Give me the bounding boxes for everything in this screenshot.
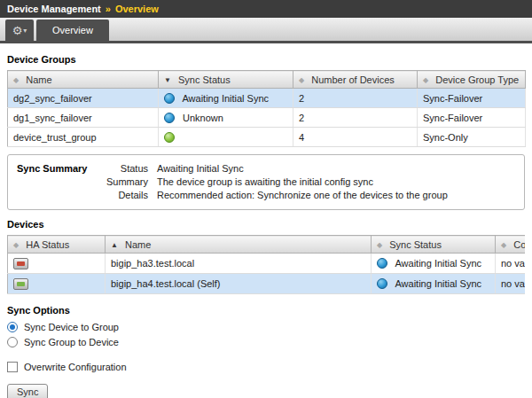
details-label: Details (102, 189, 148, 202)
sortable-icon: ◆ (13, 76, 19, 84)
device-group-name: dg1_sync_failover (13, 113, 92, 123)
breadcrumb-separator-icon: » (106, 4, 111, 14)
status-awaiting-icon (377, 258, 387, 269)
status-ok-icon (164, 132, 175, 143)
options-menu-button[interactable]: ⚙ ▾ (5, 20, 34, 41)
sync-summary-details-row: Details Recommended action: Synchronize … (102, 189, 515, 202)
devices-table: ◆ HA Status ▲ Name ◆ Sync Status ◆ Confi… (7, 235, 525, 294)
device-groups-header-row: ◆ Name ▼ Sync Status ◆ Number of Devices… (8, 71, 526, 89)
ha-status-icon (13, 278, 28, 290)
column-header-sync-status[interactable]: ▼ Sync Status (159, 71, 293, 89)
tab-bar: ⚙ ▾ Overview (0, 18, 532, 43)
radio-sync-device-to-group[interactable]: Sync Device to Group (7, 319, 525, 334)
device-groups-table: ◆ Name ▼ Sync Status ◆ Number of Devices… (7, 70, 526, 147)
column-header-device-group-type-label: Device Group Type (435, 74, 519, 85)
ha-status-icon (13, 258, 28, 269)
number-of-devices: 2 (299, 93, 304, 104)
radio-unselected-icon (7, 337, 18, 347)
column-header-sync-status-label: Sync Status (178, 74, 231, 85)
sync-summary-panel: Sync Summary Status Awaiting Initial Syn… (7, 154, 525, 210)
sortable-icon: ◆ (423, 76, 428, 84)
device-group-row-device-trust-group[interactable]: device_trust_group 4 Sync-Only (8, 128, 526, 147)
column-header-device-name-label: Name (125, 239, 151, 250)
sync-summary-rows: Status Awaiting Initial Sync Summary The… (102, 162, 515, 202)
column-header-name[interactable]: ◆ Name (8, 71, 159, 89)
overwrite-configuration-checkbox[interactable]: Overwrite Configuration (7, 360, 525, 374)
column-header-number-of-devices[interactable]: ◆ Number of Devices (293, 71, 418, 89)
column-header-configuration-time-label: Configuration Time (513, 239, 525, 250)
device-group-row-dg2-sync-failover[interactable]: dg2_sync_failover Awaiting Initial Sync … (8, 89, 526, 108)
number-of-devices: 4 (299, 132, 304, 143)
column-header-device-name[interactable]: ▲ Name (106, 236, 372, 254)
tab-overview[interactable]: Overview (36, 20, 109, 41)
number-of-devices: 2 (299, 113, 304, 123)
summary-value: The device group is awaiting the initial… (157, 176, 373, 189)
chevron-down-icon: ▾ (23, 27, 27, 35)
configuration-time-value: no value (501, 258, 525, 269)
details-value: Recommended action: Synchronize one of t… (157, 189, 448, 202)
column-header-ha-status[interactable]: ◆ HA Status (8, 236, 106, 254)
summary-label: Summary (102, 176, 148, 189)
sync-summary-title: Sync Summary (17, 162, 102, 202)
devices-table-viewport: ◆ HA Status ▲ Name ◆ Sync Status ◆ Confi… (7, 235, 525, 294)
column-header-configuration-time[interactable]: ◆ Configuration Time (496, 236, 526, 254)
tab-overview-label: Overview (52, 25, 93, 35)
radio-sync-device-to-group-label: Sync Device to Group (24, 322, 119, 332)
sorted-desc-icon: ▼ (164, 76, 171, 84)
sync-button[interactable]: Sync (7, 384, 48, 398)
device-groups-title: Device Groups (7, 54, 525, 65)
sortable-icon: ◆ (377, 241, 382, 249)
gear-icon: ⚙ (12, 25, 23, 36)
status-value: Awaiting Initial Sync (157, 162, 244, 176)
status-awaiting-icon (377, 278, 387, 289)
column-header-device-sync-status-label: Sync Status (389, 239, 442, 250)
sortable-icon: ◆ (501, 241, 506, 249)
sync-summary-summary-row: Summary The device group is awaiting the… (102, 176, 515, 189)
device-group-type: Sync-Only (423, 132, 468, 143)
breadcrumb-current: Overview (115, 4, 159, 14)
sync-status-text: Awaiting Initial Sync (182, 93, 269, 104)
device-sync-status-text: Awaiting Initial Sync (395, 278, 481, 289)
sortable-icon: ◆ (299, 76, 304, 84)
radio-sync-group-to-device[interactable]: Sync Group to Device (7, 334, 525, 349)
column-header-device-group-type[interactable]: ◆ Device Group Type (418, 71, 526, 89)
column-header-device-sync-status[interactable]: ◆ Sync Status (372, 236, 496, 254)
sync-options-title: Sync Options (7, 305, 525, 316)
main-content: Device Groups ◆ Name ▼ Sync Status ◆ Num… (0, 43, 532, 398)
device-name: bigip_ha4.test.local (Self) (111, 278, 221, 289)
device-row-bigip-ha3[interactable]: bigip_ha3.test.local Awaiting Initial Sy… (8, 254, 526, 274)
sync-status-text: Unknown (183, 113, 223, 123)
device-group-row-dg1-sync-failover[interactable]: dg1_sync_failover Unknown 2 Sync-Failove… (8, 108, 526, 128)
column-header-name-label: Name (26, 74, 51, 85)
sorted-asc-icon: ▲ (111, 241, 118, 249)
column-header-ha-status-label: HA Status (26, 239, 69, 250)
device-group-name: dg2_sync_failover (13, 93, 92, 104)
device-sync-status-text: Awaiting Initial Sync (395, 258, 481, 269)
overwrite-configuration-label: Overwrite Configuration (24, 362, 127, 372)
device-row-bigip-ha4-self[interactable]: bigip_ha4.test.local (Self) Awaiting Ini… (8, 274, 526, 294)
breadcrumb-parent: Device Management (7, 4, 101, 14)
radio-sync-group-to-device-label: Sync Group to Device (24, 337, 119, 347)
devices-title: Devices (7, 219, 525, 230)
configuration-time-value: no value (501, 278, 525, 289)
column-header-number-of-devices-label: Number of Devices (311, 74, 395, 85)
status-label: Status (102, 162, 148, 176)
checkbox-icon (7, 362, 18, 372)
status-unknown-icon (164, 113, 175, 123)
status-awaiting-icon (164, 93, 175, 104)
sortable-icon: ◆ (13, 241, 19, 249)
device-group-type: Sync-Failover (423, 93, 482, 104)
devices-header-row: ◆ HA Status ▲ Name ◆ Sync Status ◆ Confi… (8, 236, 526, 254)
device-group-name: device_trust_group (13, 132, 97, 143)
breadcrumb: Device Management » Overview (0, 0, 532, 18)
device-name: bigip_ha3.test.local (111, 258, 194, 269)
radio-selected-icon (7, 322, 18, 332)
device-group-type: Sync-Failover (423, 113, 482, 123)
sync-summary-status-row: Status Awaiting Initial Sync (102, 162, 515, 176)
